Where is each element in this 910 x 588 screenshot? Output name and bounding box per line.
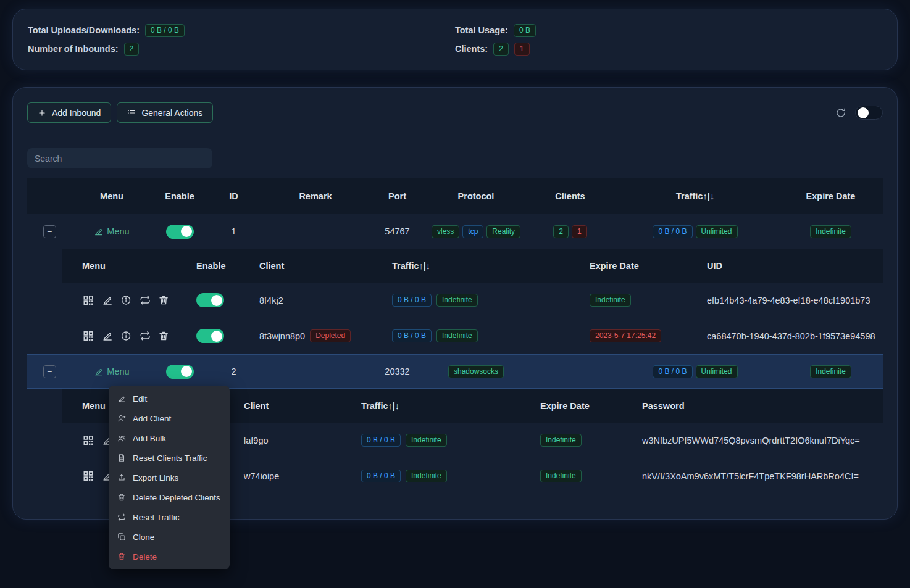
client-quota-badge: Indefinite [406,470,447,482]
refresh-icon[interactable] [835,107,846,118]
add-user-icon [117,414,126,423]
inbound-2-port: 20332 [371,366,424,376]
header-traffic-sort[interactable]: Traffic↑|↓ [612,191,779,201]
sub-header-traffic[interactable]: Traffic↑|↓ [346,401,525,411]
info-icon[interactable] [120,294,131,306]
inbound-1-port: 54767 [371,226,424,236]
list-icon [127,109,136,117]
context-menu-label: Clone [133,532,154,542]
client-actions [62,294,177,307]
inbound-1-expire-badge: Indefinite [810,225,851,238]
context-menu-item-delete-depleted-clients[interactable]: Delete Depleted Clients [109,487,230,507]
stat-number-of-inbounds: Number of Inbounds: 2 [28,39,455,58]
toolbar-right [835,106,883,120]
context-menu-item-add-bulk[interactable]: Add Bulk [109,428,230,448]
traffic-total-badge: Unlimited [696,225,738,238]
clients-label: Clients: [455,44,488,54]
client-expire-badge: Indefinite [540,470,582,482]
client-name: laf9go [244,436,269,445]
client-expire-badge: Indefinite [540,434,582,447]
inbound-row-2: − Menu 2 20332 shadowsocks 0 B / 0 B Unl… [27,354,883,389]
edit-icon [94,366,104,376]
sub-header-traffic[interactable]: Traffic↑|↓ [377,261,575,271]
protocol-badge-vless: vless [432,225,459,238]
header-port: Port [371,191,424,201]
header-remark: Remark [260,191,371,201]
stat-total-usage: Total Usage: 0 B [455,21,882,39]
context-menu-item-clone[interactable]: Clone [109,527,230,547]
sub-header-client: Client [244,261,377,271]
stat-clients: Clients: 2 1 [455,39,882,58]
inbound-2-expire-badge: Indefinite [810,365,851,378]
sub-header-menu: Menu [62,261,177,271]
inbound-1-menu-button[interactable]: Menu [72,226,152,236]
client-traffic-badge: 0 B / 0 B [392,294,432,307]
inbound-row-1: − Menu 1 54767 vless tcp Reality 2 1 [27,214,883,249]
context-menu-item-export-links[interactable]: Export Links [109,468,230,487]
clients-active-count-badge: 2 [553,225,569,238]
client-traffic-badge: 0 B / 0 B [361,470,401,482]
client-enable-toggle[interactable] [196,293,224,307]
stats-card: Total Uploads/Downloads: 0 B / 0 B Numbe… [12,9,898,70]
traffic-badge: 0 B / 0 B [653,365,692,378]
inbounds-table-header: Menu Enable ID Remark Port Protocol Clie… [27,178,883,214]
add-inbound-button[interactable]: Add Inbound [27,102,111,123]
client-name: 8f4kj2 [259,296,283,305]
stat-total-uploads-downloads: Total Uploads/Downloads: 0 B / 0 B [28,21,455,39]
total-usage-badge: 0 B [514,24,536,37]
menu-button-label: Menu [107,366,129,376]
trash-icon [117,493,126,502]
client-row-8f4kj2: 8f4kj2 0 B / 0 B Indefinite Indefinite e… [62,283,883,318]
client-uid: efb14b43-4a79-4e83-ef18-e48cf1901b73 [707,296,870,305]
total-uploads-downloads-badge: 0 B / 0 B [145,24,185,37]
reset-traffic-icon[interactable] [140,294,151,306]
inbound-2-enable-toggle[interactable] [166,365,194,379]
info-icon[interactable] [120,330,131,342]
collapse-row-button[interactable]: − [43,225,56,238]
context-menu-item-reset-clients-traffic[interactable]: Reset Clients Traffic [109,448,230,468]
general-actions-label: General Actions [141,108,202,118]
stats-right-column: Total Usage: 0 B Clients: 2 1 [455,21,882,58]
clients-active-badge: 2 [493,43,509,56]
header-id: ID [207,191,260,201]
qr-code-icon[interactable] [82,470,94,482]
users-icon [117,434,126,442]
context-menu-label: Add Client [133,414,171,423]
edit-client-icon[interactable] [102,294,113,306]
delete-client-icon[interactable] [158,294,169,306]
header-enable: Enable [152,191,207,201]
search-input[interactable] [27,148,212,168]
protocol-badge-reality: Reality [486,225,520,238]
auto-refresh-toggle[interactable] [855,106,883,120]
context-menu-item-delete[interactable]: Delete [109,547,230,566]
context-menu-item-reset-traffic[interactable]: Reset Traffic [109,507,230,527]
trash-icon [117,552,126,561]
client-enable-toggle[interactable] [196,329,224,343]
client-actions [62,329,177,342]
stats-left-column: Total Uploads/Downloads: 0 B / 0 B Numbe… [28,21,455,58]
inbound-2-menu-button[interactable]: Menu [72,366,152,376]
sub-header-expire: Expire Date [525,401,627,411]
edit-client-icon[interactable] [102,330,113,342]
qr-code-icon[interactable] [82,434,94,447]
traffic-badge: 0 B / 0 B [653,225,692,238]
context-menu-label: Add Bulk [133,434,166,443]
repeat-icon [117,513,126,521]
client-expire-badge: 2023-5-7 17:25:42 [590,329,661,342]
inbound-1-enable-toggle[interactable] [166,225,194,239]
context-menu-item-add-client[interactable]: Add Client [109,408,230,428]
sub-header-expire: Expire Date [575,261,692,271]
client-name: w74ioipe [244,471,279,481]
inbounds-page: Total Uploads/Downloads: 0 B / 0 B Numbe… [0,0,910,588]
context-menu-label: Export Links [133,473,178,482]
inbound-2-traffic: 0 B / 0 B Unlimited [612,365,779,378]
qr-code-icon[interactable] [82,294,94,307]
delete-client-icon[interactable] [158,330,169,342]
context-menu-item-edit[interactable]: Edit [109,389,230,408]
context-menu-label: Delete Depleted Clients [133,493,220,502]
qr-code-icon[interactable] [82,329,94,342]
collapse-row-button[interactable]: − [43,365,56,378]
reset-traffic-icon[interactable] [140,330,151,342]
general-actions-button[interactable]: General Actions [117,102,213,123]
total-uploads-downloads-label: Total Uploads/Downloads: [28,25,140,35]
